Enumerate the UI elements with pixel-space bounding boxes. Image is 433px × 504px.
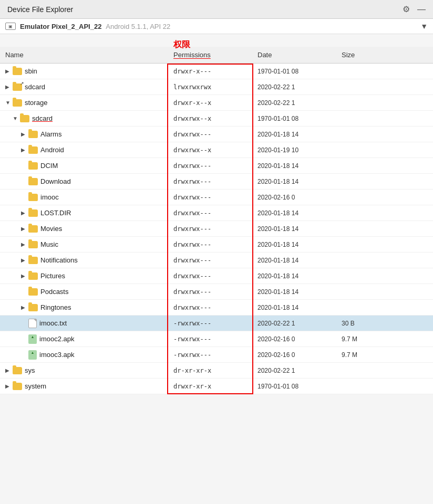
item-name: Ringtones [40,303,71,311]
folder-icon [28,225,38,233]
device-dropdown-icon[interactable]: ▼ [420,22,428,30]
name-cell: ▶sbin [0,66,168,77]
name-cell: Podcasts [0,286,168,297]
folder-icon [13,99,22,107]
table-row[interactable]: ▶Androiddrwxrwx--x2020-01-19 10 [0,142,433,158]
expand-arrow[interactable]: ▶ [21,210,28,216]
name-cell: DCIM [0,160,168,171]
table-row[interactable]: ▶Alarmsdrwxrwx---2020-01-18 14 [0,127,433,142]
size-cell: 9.7 M [336,350,378,360]
table-row[interactable]: ▶Picturesdrwxrwx---2020-01-18 14 [0,268,433,284]
date-cell: 2020-01-18 14 [252,208,336,218]
name-cell: ▶Pictures [0,270,168,281]
folder-icon [28,131,38,138]
expand-arrow[interactable]: ▶ [21,273,28,279]
item-name: imooc2.apk [39,335,74,343]
name-cell: ▼storage [0,97,168,108]
expand-arrow[interactable]: ▶ [5,68,13,74]
size-cell [336,385,378,388]
device-sub: Android 5.1.1, API 22 [106,23,170,30]
permissions-cell: drwxrwx--- [168,302,252,313]
table-row[interactable]: ▶Musicdrwxrwx---2020-01-18 14 [0,237,433,253]
table-row[interactable]: ▶Moviesdrwxrwx---2020-01-18 14 [0,221,433,237]
name-cell: ▶Android [0,144,168,155]
name-cell: Download [0,176,168,187]
size-cell [336,369,378,372]
expand-arrow[interactable]: ▶ [21,147,28,153]
item-name: imooc.txt [39,319,67,327]
permissions-cell: drwxrwx--- [168,208,252,218]
expand-arrow[interactable]: ▶ [21,257,28,263]
table-row[interactable]: ▶LOST.DIRdrwxrwx---2020-01-18 14 [0,205,433,221]
table-row[interactable]: imoocdrwxrwx---2020-02-16 0 [0,190,433,205]
item-name: Movies [40,225,62,233]
expand-arrow[interactable]: ▶ [5,383,13,389]
permissions-cell: drwxr-x--x [168,98,252,108]
size-cell: 9.7 M [336,334,378,344]
size-cell [336,196,378,199]
size-cell [336,227,378,230]
size-cell: 30 B [336,318,378,329]
table-row[interactable]: imooc3.apk-rwxrwx---2020-02-16 09.7 M [0,347,433,363]
table-row[interactable]: DCIMdrwxrwx---2020-01-18 14 [0,158,433,174]
expand-arrow[interactable]: ▶ [5,368,13,373]
name-cell: ▶Alarms [0,129,168,140]
item-name: imooc [40,193,59,201]
table-row[interactable]: imooc.txt-rwxrwx---2020-02-22 130 B [0,316,433,331]
date-cell: 2020-01-19 10 [252,145,336,155]
header-permissions: 权限 Permissions [168,49,252,61]
table-row[interactable]: ▶sbindrwxr-x---1970-01-01 08 [0,64,433,79]
expand-arrow[interactable]: ▶ [21,242,28,247]
table-row[interactable]: ▶Notificationsdrwxrwx---2020-01-18 14 [0,253,433,268]
header-size: Size [336,49,378,61]
table-row[interactable]: ▶Ringtonesdrwxrwx---2020-01-18 14 [0,300,433,316]
date-cell: 2020-01-18 14 [252,255,336,266]
permissions-cell: drwxrwx--- [168,271,252,281]
table-row[interactable]: Downloaddrwxrwx---2020-01-18 14 [0,174,433,190]
date-cell: 2020-02-16 0 [252,350,336,360]
permissions-cell: drwxrwx--x [168,113,252,124]
table-row[interactable]: ▶sysdr-xr-xr-x2020-02-22 1 [0,363,433,379]
expand-arrow[interactable]: ▶ [21,226,28,232]
permissions-cell: dr-xr-xr-x [168,365,252,376]
annotation-chinese: 权限 [173,39,190,50]
folder-icon [13,68,22,75]
item-name: Podcasts [40,288,68,296]
folder-icon [13,383,22,390]
device-bar[interactable]: ▣ Emulator Pixel_2_API_22 Android 5.1.1,… [0,19,433,34]
item-name: imooc3.apk [39,351,74,359]
name-cell: imooc3.apk [0,349,168,361]
table-row[interactable]: Podcastsdrwxrwx---2020-01-18 14 [0,284,433,300]
size-cell [336,306,378,309]
expand-arrow[interactable]: ▶ [5,84,13,90]
name-cell: ▶sdcard [0,81,168,92]
folder-icon [28,146,38,154]
file-table: ▶sbindrwxr-x---1970-01-01 08▶sdcardlrwxr… [0,64,433,394]
expand-arrow[interactable]: ▶ [21,131,28,137]
table-row[interactable]: ▼sdcarddrwxrwx--x1970-01-01 08 [0,111,433,127]
expand-arrow[interactable]: ▼ [5,100,13,106]
size-cell [336,149,378,152]
permissions-cell: drwxrwx--- [168,176,252,187]
expand-arrow[interactable]: ▶ [21,304,28,310]
item-name: sdcard [32,114,53,122]
gear-icon[interactable]: ⚙ [403,4,410,14]
folder-icon [28,162,38,170]
minimize-icon[interactable]: — [417,5,426,14]
date-cell: 2020-01-18 14 [252,176,336,187]
name-cell: ▼sdcard [0,113,168,124]
app-title: Device File Explorer [7,5,73,14]
item-name: DCIM [40,162,58,170]
table-row[interactable]: ▼storagedrwxr-x--x2020-02-22 1 [0,95,433,111]
permissions-cell: drwxrwx--- [168,287,252,297]
size-cell [336,70,378,73]
date-cell: 2020-02-22 1 [252,98,336,108]
apk-file-icon [28,350,37,360]
table-row[interactable]: ▶systemdrwxr-xr-x1970-01-01 08 [0,379,433,394]
expand-arrow[interactable]: ▼ [13,116,20,121]
table-row[interactable]: imooc2.apk-rwxrwx---2020-02-16 09.7 M [0,331,433,347]
permissions-cell: lrwxrwxrwx [168,82,252,92]
name-cell: ▶sys [0,365,168,376]
permissions-cell: drwxrwx--- [168,192,252,203]
table-row[interactable]: ▶sdcardlrwxrwxrwx2020-02-22 1 [0,79,433,95]
